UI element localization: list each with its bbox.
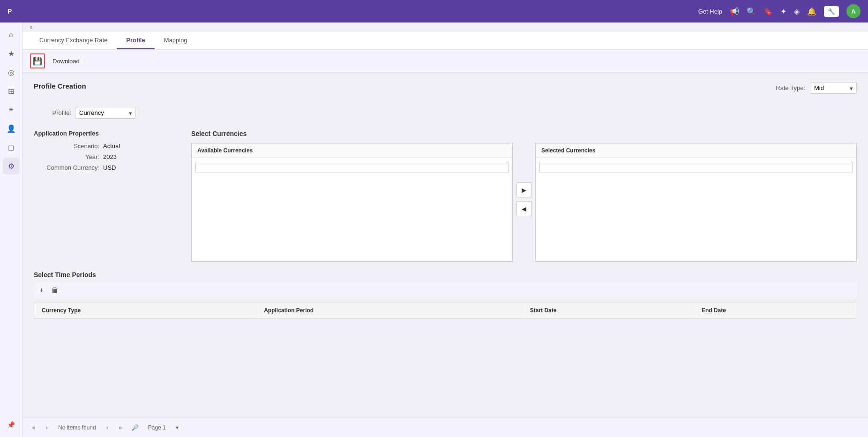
- bookmark-icon[interactable]: 🔖: [763, 7, 773, 16]
- pagination: « ‹ No items found › » 🔎 Page 1 ▾: [22, 418, 868, 437]
- next-page-button[interactable]: ›: [102, 422, 113, 433]
- no-items-text: No items found: [58, 424, 96, 431]
- get-help-link[interactable]: Get Help: [698, 8, 722, 15]
- page-dropdown-button[interactable]: ▾: [172, 422, 183, 433]
- sidebar-item-bag[interactable]: ◻: [3, 139, 20, 156]
- select-currencies-title: Select Currencies: [191, 130, 857, 137]
- first-page-button[interactable]: «: [28, 422, 39, 433]
- download-button[interactable]: Download: [49, 56, 83, 67]
- sidebar: ⌂ ★ ◎ ⊞ ≡ 👤 ◻ ⚙ 📌: [0, 23, 22, 437]
- transfer-left-button[interactable]: ◀: [516, 201, 531, 216]
- page-label: 🔎: [132, 424, 139, 431]
- time-table-header-row: Currency Type Application Period Start D…: [34, 302, 857, 319]
- col-end-date: End Date: [694, 302, 856, 319]
- avatar[interactable]: A: [846, 4, 861, 18]
- common-currency-row: Common Currency: USD: [34, 164, 184, 171]
- rate-type-select-wrapper: Mid Buy Sell: [810, 82, 857, 94]
- selected-currencies-header: Selected Currencies: [536, 143, 856, 158]
- year-label: Year:: [34, 153, 99, 160]
- page-content: Profile Creation Rate Type: Mid Buy Sell…: [22, 73, 868, 437]
- sidebar-item-person[interactable]: 👤: [3, 120, 20, 137]
- time-periods-section: Select Time Periods + 🗑 Currency Type Ap…: [34, 271, 857, 319]
- last-page-button[interactable]: »: [115, 422, 126, 433]
- sidebar-item-star[interactable]: ★: [3, 45, 20, 62]
- profile-select[interactable]: Currency Rate: [75, 107, 136, 119]
- year-value: 2023: [103, 153, 117, 160]
- megaphone-icon[interactable]: 📢: [730, 7, 739, 16]
- search-icon[interactable]: 🔍: [747, 7, 756, 16]
- profile-field-label: Profile:: [34, 109, 71, 116]
- pin-icon[interactable]: 📌: [3, 416, 20, 433]
- sidebar-item-target[interactable]: ◎: [3, 64, 20, 81]
- available-currencies-search[interactable]: [195, 162, 509, 173]
- scenario-value: Actual: [103, 143, 120, 150]
- available-currencies-box: Available Currencies: [191, 143, 513, 262]
- tab-mapping[interactable]: Mapping: [155, 32, 197, 49]
- page-number: Page 1: [148, 424, 166, 431]
- add-time-period-button[interactable]: +: [37, 285, 45, 295]
- col-currency-type: Currency Type: [34, 302, 256, 319]
- rate-type-label: Rate Type:: [776, 84, 805, 91]
- col-start-date: Start Date: [522, 302, 694, 319]
- rate-type-select[interactable]: Mid Buy Sell: [810, 82, 857, 94]
- app-logo: P: [7, 8, 12, 15]
- col-application-period: Application Period: [256, 302, 523, 319]
- app-switcher-button[interactable]: 🔧: [824, 6, 839, 17]
- toolbar: 💾 Download: [22, 50, 868, 73]
- scenario-label: Scenario:: [34, 143, 99, 150]
- cube-icon[interactable]: ◈: [794, 7, 800, 16]
- year-row: Year: 2023: [34, 153, 184, 160]
- sidebar-item-grid[interactable]: ⊞: [3, 83, 20, 99]
- available-currencies-list: [192, 177, 512, 261]
- common-currency-label: Common Currency:: [34, 164, 99, 171]
- profile-creation-title: Profile Creation: [34, 82, 86, 90]
- rate-type-row: Rate Type: Mid Buy Sell: [776, 82, 857, 94]
- time-periods-table: Currency Type Application Period Start D…: [34, 302, 857, 319]
- profile-row: Profile: Currency Rate: [34, 107, 857, 119]
- transfer-buttons: ▶ ◀: [513, 143, 535, 256]
- scenario-row: Scenario: Actual: [34, 143, 184, 150]
- selected-currencies-box: Selected Currencies: [535, 143, 857, 262]
- left-column: Application Properties Scenario: Actual …: [34, 130, 184, 262]
- right-column: Select Currencies Available Currencies ▶…: [191, 130, 857, 262]
- profile-select-wrapper: Currency Rate: [75, 107, 136, 119]
- prev-page-button[interactable]: ‹: [41, 422, 52, 433]
- tab-profile[interactable]: Profile: [117, 32, 154, 49]
- sidebar-item-chart[interactable]: ≡: [3, 101, 20, 118]
- sidebar-item-home[interactable]: ⌂: [3, 26, 20, 43]
- app-properties-title: Application Properties: [34, 130, 184, 137]
- transfer-right-button[interactable]: ▶: [516, 182, 531, 197]
- tab-currency-exchange-rate[interactable]: Currency Exchange Rate: [30, 32, 117, 49]
- selected-currencies-list: [536, 177, 856, 261]
- available-currencies-header: Available Currencies: [192, 143, 512, 158]
- content-area: s Currency Exchange Rate Profile Mapping…: [22, 23, 868, 437]
- selected-currencies-search[interactable]: [539, 162, 853, 173]
- save-button[interactable]: 💾: [30, 53, 45, 68]
- bell-icon[interactable]: 🔔: [807, 7, 816, 16]
- time-periods-title: Select Time Periods: [34, 271, 857, 279]
- main-columns: Application Properties Scenario: Actual …: [34, 130, 857, 262]
- sidebar-item-settings[interactable]: ⚙: [3, 158, 20, 174]
- delete-time-period-button[interactable]: 🗑: [49, 285, 60, 295]
- time-periods-toolbar: + 🗑: [34, 282, 857, 298]
- top-nav: P Get Help 📢 🔍 🔖 ✦ ◈ 🔔 🔧 A: [0, 0, 868, 23]
- tabs-bar: Currency Exchange Rate Profile Mapping: [22, 32, 868, 50]
- compass-icon[interactable]: ✦: [780, 7, 786, 16]
- common-currency-value: USD: [103, 164, 116, 171]
- currencies-panel: Available Currencies ▶ ◀ Selected Curren…: [191, 143, 857, 262]
- breadcrumb: s: [22, 23, 868, 32]
